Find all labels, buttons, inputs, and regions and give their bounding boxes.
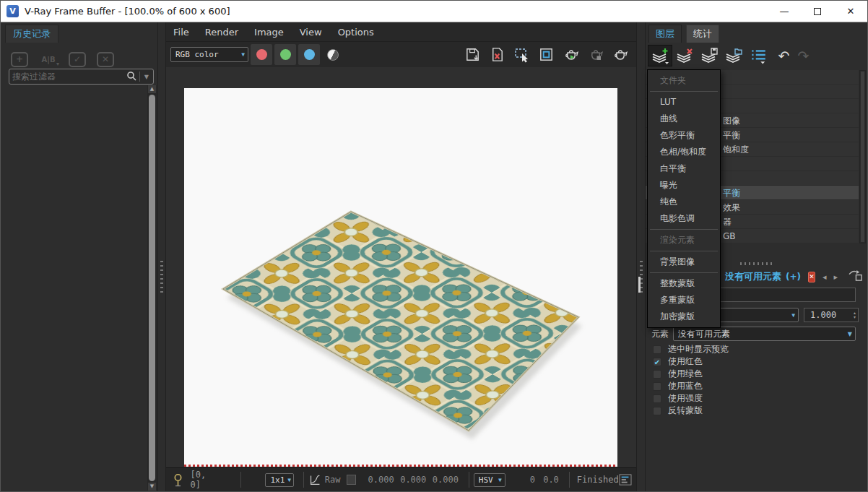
- pixel-probe-pin-icon[interactable]: [172, 471, 184, 489]
- menu-item-integer-mask[interactable]: 整数蒙版: [648, 275, 720, 292]
- copy-element-icon[interactable]: [848, 269, 863, 285]
- checkbox[interactable]: [653, 345, 661, 354]
- checkbox[interactable]: [653, 394, 661, 403]
- stop-render-button[interactable]: [586, 46, 604, 64]
- menu-render[interactable]: Render: [205, 27, 238, 38]
- color-mode-select[interactable]: HSV ▼: [474, 473, 505, 487]
- log-panel-icon[interactable]: [619, 471, 633, 489]
- menu-item-background-image[interactable]: 背景图像: [648, 254, 720, 270]
- set-a-button[interactable]: ✓: [69, 52, 86, 67]
- spin-down-icon[interactable]: ▾: [854, 315, 856, 319]
- menu-item-white-balance[interactable]: 白平衡: [648, 160, 720, 177]
- show-region-button[interactable]: [537, 46, 555, 64]
- save-image-button[interactable]: [464, 46, 482, 64]
- prev-element-icon[interactable]: ◂: [823, 272, 827, 282]
- element-delete-button[interactable]: ✕: [808, 272, 815, 282]
- checkbox[interactable]: [653, 407, 661, 415]
- divider: [469, 472, 469, 488]
- minimize-button[interactable]: —: [768, 1, 801, 22]
- layer-list-scrollbar[interactable]: [859, 70, 866, 243]
- menu-item-color-balance[interactable]: 色彩平衡: [648, 127, 720, 144]
- redo-button[interactable]: ↷: [794, 48, 813, 64]
- mask-options: 选中时显示预览 ✔ 使用红色 使用绿色 使用蓝色 使用强度 反转蒙版: [653, 343, 860, 417]
- splitter-collapse-handle[interactable]: [638, 277, 641, 293]
- tab-layers[interactable]: 图层: [648, 25, 682, 43]
- green-channel-button[interactable]: [274, 44, 296, 65]
- search-icon[interactable]: [126, 70, 136, 84]
- checkbox[interactable]: [653, 382, 661, 391]
- tab-stats[interactable]: 统计: [686, 25, 719, 43]
- scroll-up-icon[interactable]: ▲: [148, 85, 156, 93]
- menu-item-crypto-mask[interactable]: 加密蒙版: [648, 308, 720, 325]
- maximize-button[interactable]: [801, 1, 834, 22]
- element-plus-label: (+): [786, 272, 801, 282]
- mono-channel-button[interactable]: [322, 44, 344, 65]
- clear-image-button[interactable]: [488, 46, 506, 64]
- checkbox-row[interactable]: ✔ 使用红色: [653, 355, 860, 368]
- pixel-zoom-select[interactable]: 1x1 ▼: [265, 473, 294, 487]
- mono-channel-icon: [327, 49, 339, 61]
- scrollbar-thumb[interactable]: [861, 72, 864, 242]
- menu-item-filmic-tonemap[interactable]: 电影色调: [648, 210, 720, 227]
- green-channel-icon: [280, 49, 291, 60]
- add-layer-button[interactable]: [648, 45, 672, 66]
- set-b-button[interactable]: ✕: [97, 52, 114, 67]
- layer-properties-button[interactable]: [746, 45, 771, 66]
- checkbox-checked[interactable]: ✔: [653, 358, 661, 366]
- color-mode-value: HSV: [479, 475, 493, 485]
- undo-button[interactable]: ↶: [774, 48, 794, 64]
- menu-item-render-element[interactable]: 渲染元素: [648, 232, 720, 249]
- render-viewport[interactable]: [166, 67, 636, 467]
- rendered-image[interactable]: [184, 88, 617, 467]
- splitter-grip: [160, 261, 163, 294]
- spinner-arrows[interactable]: ▴ ▾: [854, 311, 858, 319]
- next-element-icon[interactable]: ▸: [833, 272, 838, 282]
- render-button[interactable]: [611, 46, 629, 64]
- right-splitter[interactable]: [636, 22, 646, 491]
- add-layer-menu: 文件夹 LUT 曲线 色彩平衡 色相/饱和度 白平衡 曝光 纯色 电影色调 渲染…: [647, 69, 721, 328]
- close-button[interactable]: ✕: [834, 1, 867, 22]
- menu-file[interactable]: File: [173, 27, 189, 38]
- menu-item-multi-mask[interactable]: 多重蒙版: [648, 292, 720, 308]
- checkbox-row[interactable]: 使用绿色: [653, 368, 860, 380]
- history-scrollbar[interactable]: ▲ ▼: [147, 85, 157, 491]
- menu-item-folder[interactable]: 文件夹: [648, 72, 720, 89]
- checkbox-row[interactable]: 选中时显示预览: [653, 343, 860, 355]
- menu-item-constant-color[interactable]: 纯色: [648, 194, 720, 210]
- opacity-spinner[interactable]: 1.000 ▴ ▾: [804, 308, 859, 322]
- checkbox-row[interactable]: 使用蓝色: [653, 380, 860, 392]
- titlebar: V V-Ray Frame Buffer - [100.0% of 600 x …: [1, 1, 867, 22]
- load-layers-button[interactable]: [721, 45, 746, 66]
- menu-item-exposure[interactable]: 曝光: [648, 177, 720, 194]
- chevron-down-icon[interactable]: ▼: [143, 74, 150, 80]
- render-last-button[interactable]: [562, 46, 580, 64]
- menu-item-hue-saturation[interactable]: 色相/饱和度: [648, 144, 720, 160]
- left-splitter[interactable]: [157, 22, 166, 491]
- history-tab[interactable]: 历史记录: [5, 25, 58, 43]
- scroll-down-icon[interactable]: ▼: [148, 483, 156, 491]
- save-to-history-button[interactable]: +: [11, 52, 28, 67]
- checkbox-row[interactable]: 使用强度: [653, 392, 860, 405]
- menu-item-curves[interactable]: 曲线: [648, 111, 720, 127]
- menu-item-lut[interactable]: LUT: [648, 94, 720, 111]
- menu-view[interactable]: View: [300, 27, 322, 38]
- menu-image[interactable]: Image: [254, 27, 284, 38]
- horizontal-splitter-grip[interactable]: [740, 262, 773, 265]
- menu-options[interactable]: Options: [338, 27, 374, 38]
- region-render-button[interactable]: [513, 46, 531, 64]
- render-status: Finished: [577, 475, 619, 485]
- channel-select[interactable]: RGB color ▼: [170, 47, 248, 62]
- delete-layer-button[interactable]: [672, 45, 697, 66]
- checkbox-label: 选中时显示预览: [668, 343, 729, 355]
- element-select[interactable]: 没有可用元素 ▼: [673, 327, 856, 341]
- ab-compare-button[interactable]: A|B ▾: [39, 52, 58, 67]
- checkbox[interactable]: [653, 370, 661, 379]
- element-row-label: 元素: [651, 328, 669, 340]
- blue-channel-button[interactable]: [298, 44, 320, 65]
- toolbar-right-group: [464, 46, 632, 64]
- red-channel-button[interactable]: [251, 44, 272, 65]
- search-input[interactable]: [12, 72, 126, 82]
- scrollbar-thumb[interactable]: [149, 95, 155, 481]
- checkbox-row[interactable]: 反转蒙版: [653, 405, 860, 417]
- save-layers-button[interactable]: [697, 45, 721, 66]
